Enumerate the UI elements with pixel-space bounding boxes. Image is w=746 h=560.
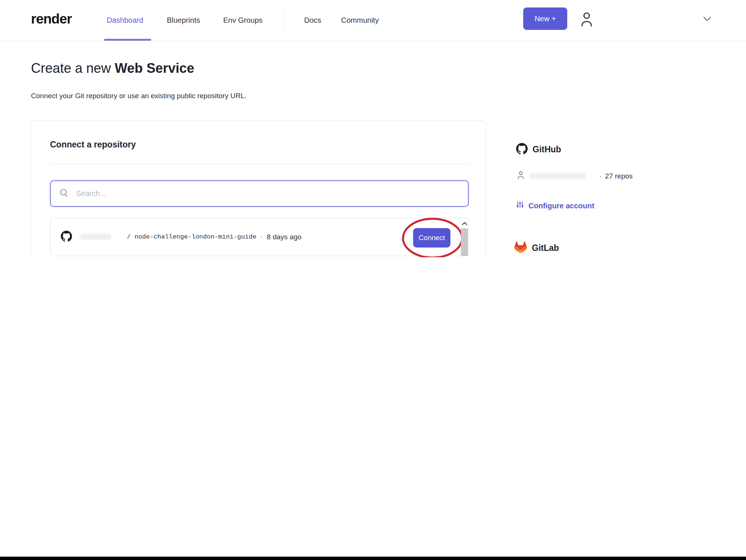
repos-count-separator: · — [599, 172, 602, 180]
nav-tab-env-groups-label: Env Groups — [223, 16, 263, 25]
card-divider — [50, 164, 469, 164]
nav-link-docs[interactable]: Docs — [304, 0, 321, 41]
repository-list-scrollbar — [461, 218, 468, 256]
repository-updated-time: 8 days ago — [267, 233, 302, 241]
nav-tab-dashboard-label: Dashboard — [107, 16, 143, 25]
chevron-down-icon — [703, 17, 711, 22]
scrollbar-thumb[interactable] — [461, 228, 468, 256]
configure-account-label: Configure account — [528, 202, 594, 210]
user-avatar-icon — [579, 24, 594, 29]
github-account-row: · 27 repos — [517, 171, 633, 181]
nav-tab-blueprints[interactable]: Blueprints — [167, 0, 200, 41]
nav-link-docs-label: Docs — [304, 16, 321, 25]
configure-account-link[interactable]: Configure account — [516, 201, 594, 211]
redacted-repo-owner — [80, 234, 111, 240]
page-title-emphasis: Web Service — [115, 60, 194, 76]
nav-tab-blueprints-label: Blueprints — [167, 16, 200, 25]
create-web-service-page: render Dashboard Blueprints Env Groups D… — [0, 0, 746, 560]
page-title: Create a new Web Service — [31, 60, 194, 76]
top-navigation-bar: render Dashboard Blueprints Env Groups D… — [0, 0, 746, 41]
nav-link-community[interactable]: Community — [341, 0, 379, 41]
nav-divider — [284, 9, 285, 29]
github-section-header: GitHub — [516, 143, 561, 156]
user-avatar-button[interactable] — [579, 10, 594, 28]
card-heading: Connect a repository — [50, 140, 136, 150]
repository-search-box — [50, 180, 469, 207]
github-section-label: GitHub — [533, 144, 561, 155]
sliders-icon — [516, 201, 524, 211]
repository-path: / node-challenge-london-mini-guide — [127, 233, 256, 240]
redacted-github-username — [530, 173, 586, 179]
search-icon — [59, 188, 69, 199]
active-tab-underline — [104, 39, 151, 41]
bottom-edge-bar — [0, 557, 746, 560]
repository-search-input[interactable] — [75, 189, 460, 198]
connect-button[interactable]: Connect — [413, 228, 450, 248]
gitlab-section-header: GitLab — [514, 241, 559, 255]
scrollbar-up-button[interactable] — [461, 218, 468, 228]
render-logo[interactable]: render — [31, 11, 72, 27]
page-subtitle: Connect your Git repository or use an ex… — [31, 92, 247, 100]
repository-meta: / node-challenge-london-mini-guide · 8 d… — [127, 218, 302, 256]
account-menu-chevron[interactable] — [703, 16, 711, 22]
connect-repository-card: Connect a repository / node- — [31, 121, 486, 257]
new-button[interactable]: New + — [523, 7, 567, 30]
nav-tab-dashboard[interactable]: Dashboard — [107, 0, 143, 41]
gitlab-icon — [514, 241, 527, 255]
nav-link-community-label: Community — [341, 16, 379, 25]
connect-button-label: Connect — [419, 234, 445, 242]
repository-list: / node-challenge-london-mini-guide · 8 d… — [50, 218, 469, 256]
repository-meta-separator: · — [260, 233, 263, 241]
gitlab-section-label: GitLab — [532, 243, 559, 253]
nav-tab-env-groups[interactable]: Env Groups — [223, 0, 263, 41]
repos-count: 27 repos — [605, 172, 633, 180]
chevron-up-icon — [462, 221, 467, 226]
user-icon — [517, 171, 525, 181]
page-title-prefix: Create a new — [31, 60, 115, 76]
github-icon — [516, 143, 528, 156]
new-button-label: New + — [534, 15, 556, 23]
github-icon — [61, 231, 72, 243]
